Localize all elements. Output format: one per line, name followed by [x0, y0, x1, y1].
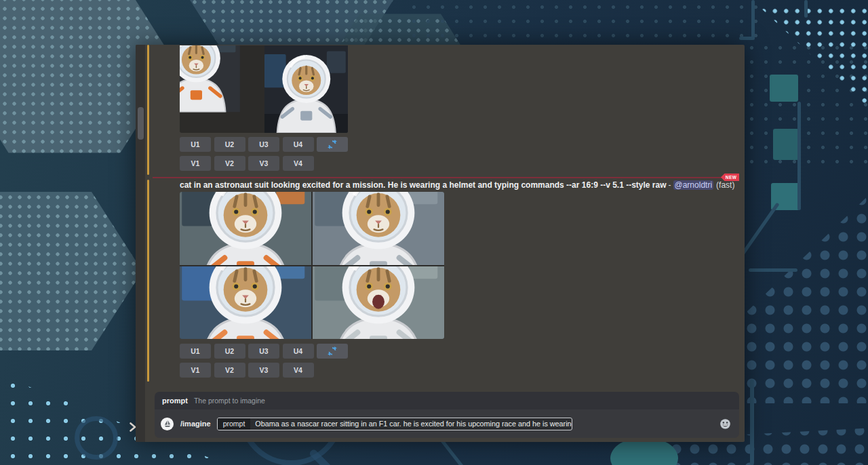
option-description: The prompt to imagine	[194, 397, 265, 405]
message-accent-bar	[147, 45, 149, 175]
new-messages-divider	[153, 177, 738, 178]
cat-astronaut-image[interactable]	[180, 45, 264, 133]
hexagon-pattern	[0, 183, 142, 359]
u2-button[interactable]: U2	[214, 344, 245, 359]
v3-button[interactable]: V3	[248, 363, 279, 378]
dot-pattern	[743, 173, 868, 403]
variation-button-row: V1 V2 V3 V4	[180, 156, 314, 171]
variation-button-row: V1 V2 V3 V4	[180, 363, 314, 378]
v3-button[interactable]: V3	[248, 156, 279, 171]
generated-image-grid-previous[interactable]	[180, 45, 348, 133]
prompt-field-label: prompt	[218, 418, 251, 430]
dash-separator: -	[669, 180, 671, 190]
u1-button[interactable]: U1	[180, 137, 211, 152]
circuit-square	[770, 75, 798, 102]
u2-button[interactable]: U2	[214, 137, 245, 152]
imagine-command-label: /imagine	[180, 420, 211, 428]
dot-pattern	[407, 0, 760, 45]
circuit-trace	[751, 0, 755, 39]
prompt-field-value[interactable]: Obama as a nascar racer sitting in an F1…	[250, 420, 572, 428]
dot-pattern	[745, 41, 868, 169]
prompt-field[interactable]: prompt Obama as a nascar racer sitting i…	[217, 418, 572, 430]
message-prompt-text: cat in an astronaut suit looking excited…	[180, 180, 736, 190]
circuit-square	[773, 129, 799, 160]
cat-astronaut-image-3[interactable]	[180, 266, 311, 340]
upscale-button-row: U1 U2 U3 U4	[180, 344, 348, 359]
reroll-button[interactable]	[317, 137, 348, 152]
magnifier-handle	[309, 448, 347, 465]
v2-button[interactable]: V2	[214, 156, 245, 171]
upscale-button-row: U1 U2 U3 U4	[180, 137, 348, 152]
u4-button[interactable]: U4	[283, 344, 314, 359]
circuit-trace	[797, 102, 801, 210]
option-title: prompt	[162, 397, 188, 405]
generation-mode-label: (fast)	[716, 180, 734, 190]
circuit-trace	[739, 37, 755, 40]
message-composer[interactable]: /imagine prompt Obama as a nascar racer …	[155, 409, 739, 438]
circuit-trace	[804, 0, 808, 18]
circuit-trace	[749, 268, 797, 272]
slash-command-option-row[interactable]: prompt The prompt to imagine	[155, 392, 739, 409]
message-accent-bar	[147, 180, 149, 382]
reroll-icon	[328, 140, 337, 149]
cyan-dot-pattern	[758, 5, 868, 108]
scrollbar-thumb[interactable]	[138, 107, 144, 140]
v1-button[interactable]: V1	[180, 363, 211, 378]
channel-scrollbar-track[interactable]	[136, 45, 145, 442]
chevron-right-icon[interactable]	[129, 422, 137, 432]
cat-astronaut-image-1[interactable]	[180, 192, 311, 265]
generated-image-grid[interactable]	[180, 192, 444, 339]
v4-button[interactable]: V4	[283, 363, 314, 378]
user-mention[interactable]: @arnoldtri	[673, 180, 714, 190]
cat-astronaut-image-4[interactable]	[313, 266, 444, 340]
v1-button[interactable]: V1	[180, 156, 211, 171]
cat-astronaut-image-2[interactable]	[313, 192, 444, 265]
cat-astronaut-image[interactable]	[264, 45, 349, 133]
prompt-text: cat in an astronaut suit looking excited…	[180, 180, 667, 190]
screen: U1 U2 U3 U4 V1 V2 V3 V4 NEW cat in an as…	[0, 0, 868, 465]
circuit-square	[771, 183, 800, 210]
circuit-trace	[750, 380, 754, 465]
reroll-icon	[328, 346, 337, 356]
sailboat-icon	[163, 420, 172, 428]
v2-button[interactable]: V2	[214, 363, 245, 378]
emoji-picker-icon[interactable]	[719, 418, 731, 430]
u1-button[interactable]: U1	[180, 344, 211, 359]
u4-button[interactable]: U4	[283, 137, 314, 152]
discord-window: U1 U2 U3 U4 V1 V2 V3 V4 NEW cat in an as…	[136, 45, 745, 442]
reroll-button[interactable]	[317, 344, 348, 359]
v4-button[interactable]: V4	[283, 156, 314, 171]
midjourney-avatar	[161, 418, 174, 430]
circle-illustration	[75, 416, 118, 460]
u3-button[interactable]: U3	[248, 137, 279, 152]
u3-button[interactable]: U3	[248, 344, 279, 359]
